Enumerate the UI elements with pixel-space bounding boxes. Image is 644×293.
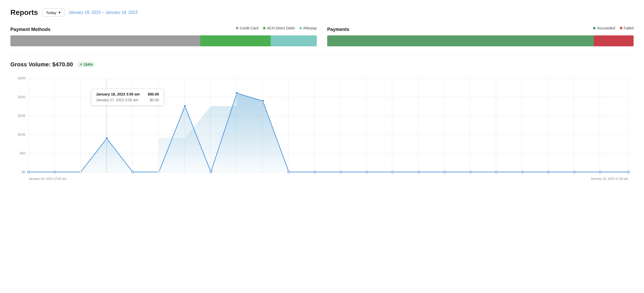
failed-legend-dot bbox=[620, 27, 622, 29]
date-filter-label: Today bbox=[46, 10, 56, 15]
chart-dot-9 bbox=[261, 100, 264, 102]
gross-volume-chart: $250 $200 $150 $100 $50 $0 bbox=[10, 73, 634, 182]
afterpay-legend-dot bbox=[299, 27, 302, 29]
payments-bar bbox=[327, 35, 634, 46]
ach-legend-dot bbox=[263, 27, 266, 29]
chart-dot-5 bbox=[158, 171, 160, 173]
chart-dot-15 bbox=[417, 171, 420, 173]
chevron-down-icon: ▾ bbox=[59, 10, 61, 15]
failed-legend-label: Failed bbox=[624, 26, 634, 30]
chart-dot-19 bbox=[521, 171, 524, 173]
gross-volume-label: Gross Volume: $470.00 bbox=[10, 61, 73, 68]
succeeded-legend-dot bbox=[593, 27, 596, 29]
section-divider bbox=[10, 55, 634, 55]
payment-methods-title: Payment Methods bbox=[10, 27, 50, 32]
payments-legend: Succeeded Failed bbox=[593, 26, 634, 30]
page-title: Reports bbox=[10, 8, 38, 17]
gross-volume-row: Gross Volume: $470.00 ↗ 154% bbox=[10, 61, 634, 68]
page-header: Reports Today ▾ January 18, 2023 – Janua… bbox=[10, 8, 634, 17]
payment-methods-header: Payment Methods Credit Card ACH Direct D… bbox=[10, 26, 317, 33]
chart-dot-0 bbox=[28, 171, 30, 173]
chart-dot-4 bbox=[132, 171, 134, 173]
legend-item-failed: Failed bbox=[620, 26, 634, 30]
afterpay-bar-segment bbox=[271, 35, 317, 46]
svg-text:$200: $200 bbox=[18, 95, 25, 99]
legend-item-succeeded: Succeeded bbox=[593, 26, 615, 30]
date-filter-dropdown[interactable]: Today ▾ bbox=[42, 8, 65, 17]
credit-card-legend-label: Credit Card bbox=[240, 26, 259, 30]
ach-legend-label: ACH Direct Debit bbox=[267, 26, 295, 30]
svg-text:January 18, 2023 11:00 pm: January 18, 2023 11:00 pm bbox=[590, 177, 628, 181]
chart-dot-20 bbox=[548, 171, 550, 173]
payment-methods-section: Payment Methods Credit Card ACH Direct D… bbox=[10, 26, 317, 46]
payments-title: Payments bbox=[327, 27, 349, 32]
chart-dot-22 bbox=[599, 171, 601, 173]
chart-dot-17 bbox=[469, 171, 472, 173]
svg-text:$150: $150 bbox=[18, 114, 25, 118]
payments-header: Payments Succeeded Failed bbox=[327, 26, 634, 33]
chart-container: $250 $200 $150 $100 $50 $0 bbox=[10, 73, 634, 183]
chart-dot-2 bbox=[80, 171, 82, 173]
payment-methods-legend: Credit Card ACH Direct Debit Afterpay bbox=[236, 26, 317, 30]
failed-bar-segment bbox=[594, 35, 634, 46]
legend-item-afterpay: Afterpay bbox=[299, 26, 317, 30]
svg-text:$100: $100 bbox=[18, 132, 25, 136]
ach-bar-segment bbox=[200, 35, 271, 46]
chart-dot-11 bbox=[314, 171, 316, 173]
sections-row: Payment Methods Credit Card ACH Direct D… bbox=[10, 26, 634, 46]
chart-dot-7 bbox=[210, 171, 212, 173]
chart-dot-10 bbox=[288, 171, 290, 173]
svg-text:$0: $0 bbox=[22, 170, 25, 174]
credit-card-legend-dot bbox=[236, 27, 239, 29]
chart-dot-14 bbox=[392, 171, 394, 173]
afterpay-legend-label: Afterpay bbox=[303, 26, 317, 30]
chart-dot-13 bbox=[366, 171, 368, 173]
legend-item-ach: ACH Direct Debit bbox=[263, 26, 295, 30]
chart-dot-23 bbox=[627, 171, 629, 173]
growth-badge: ↗ 154% bbox=[77, 62, 95, 67]
svg-text:$250: $250 bbox=[18, 76, 25, 80]
svg-text:January 18, 2023 12:00 am: January 18, 2023 12:00 am bbox=[29, 177, 67, 181]
succeeded-legend-label: Succeeded bbox=[597, 26, 615, 30]
chart-dot-12 bbox=[340, 171, 342, 173]
chart-fill bbox=[29, 93, 628, 172]
chart-dot-8 bbox=[236, 92, 238, 94]
succeeded-bar-segment bbox=[327, 35, 594, 46]
svg-text:$50: $50 bbox=[20, 151, 25, 155]
payment-methods-bar bbox=[10, 35, 317, 46]
credit-card-bar-segment bbox=[10, 35, 200, 46]
date-range-label: January 18, 2023 – January 18, 2023 bbox=[69, 10, 138, 15]
payments-section: Payments Succeeded Failed bbox=[327, 26, 634, 46]
chart-dot-16 bbox=[443, 171, 446, 173]
chart-dot-21 bbox=[573, 171, 575, 173]
chart-dot-1 bbox=[54, 171, 56, 173]
legend-item-credit-card: Credit Card bbox=[236, 26, 259, 30]
chart-dot-6 bbox=[184, 105, 186, 107]
chart-dot-18 bbox=[495, 171, 498, 173]
